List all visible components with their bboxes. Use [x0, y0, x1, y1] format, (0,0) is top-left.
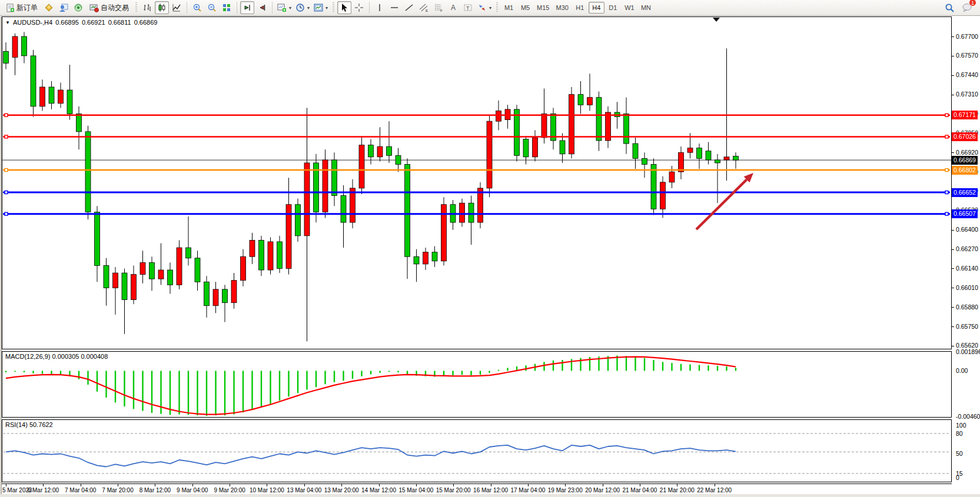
text-button[interactable]: A — [446, 1, 460, 14]
bar-chart-button[interactable] — [140, 1, 154, 14]
text-label-button[interactable]: T — [461, 1, 475, 14]
candle-body — [405, 164, 410, 256]
price-axis[interactable]: 0.677000.675700.674400.673100.671800.670… — [952, 16, 980, 483]
line-anchor-left[interactable] — [5, 191, 8, 194]
time-axis-tick — [565, 484, 566, 486]
arrows-button[interactable]: ▾ — [476, 1, 493, 14]
toolbar-separator — [369, 2, 370, 14]
autotrade-label: 自动交易 — [101, 3, 129, 13]
search-button[interactable] — [942, 1, 956, 14]
svg-text:T: T — [466, 5, 470, 11]
line-anchor-left[interactable] — [5, 114, 8, 116]
dropdown-arrow-icon: ▾ — [325, 5, 328, 11]
time-axis-tick — [603, 484, 603, 486]
candle-body — [596, 98, 602, 141]
time-axis-tick — [118, 484, 118, 486]
arrows-icon — [477, 3, 487, 12]
macd-indicator-pane[interactable] — [2, 351, 952, 418]
candle-body — [113, 273, 118, 288]
new-order-button[interactable]: 新订单 — [2, 1, 41, 14]
candle-body — [231, 281, 237, 303]
candle-body — [469, 203, 474, 222]
line-anchor-right[interactable] — [945, 191, 948, 194]
y-axis-label: 0.67700 — [956, 33, 978, 40]
y-axis-tick — [952, 36, 954, 37]
notifications-button[interactable]: 1 — [960, 1, 974, 14]
new-chart-button[interactable]: ▾ — [275, 1, 293, 14]
vertical-line-button[interactable] — [373, 1, 387, 14]
line-anchor-right[interactable] — [945, 135, 948, 138]
rsi-indicator-pane[interactable] — [2, 419, 952, 482]
candle-body — [341, 196, 346, 223]
fibonacci-button[interactable]: F — [431, 1, 446, 14]
candle-body — [77, 114, 82, 131]
mt4-terminal-window: 新订单 自动交易 — [0, 0, 980, 497]
chart-menu-triangle-icon: ▼ — [5, 20, 10, 25]
svg-text:F: F — [440, 9, 443, 12]
period-button[interactable]: ▾ — [294, 1, 311, 14]
toolbar-separator — [272, 2, 273, 14]
timeframe-button-H4[interactable]: H4 — [589, 2, 604, 14]
crosshair-button[interactable] — [352, 1, 366, 14]
y-axis-label: 0.65750 — [956, 323, 978, 330]
tile-windows-button[interactable] — [220, 1, 234, 14]
candle-body — [687, 148, 693, 153]
line-anchor-left[interactable] — [5, 169, 8, 172]
timeframe-button-D1[interactable]: D1 — [605, 2, 621, 14]
timeframe-button-MN[interactable]: MN — [638, 2, 654, 14]
new-chart-icon — [277, 3, 287, 12]
y-axis-tick — [952, 288, 954, 288]
template-icon — [314, 3, 323, 12]
candle-body — [377, 146, 383, 157]
candle-body — [651, 164, 656, 209]
candlestick-chart-button[interactable] — [155, 1, 169, 14]
price-chart-pane[interactable] — [2, 16, 952, 349]
trendline-button[interactable] — [402, 1, 416, 14]
timeframe-button-M5[interactable]: M5 — [517, 2, 533, 14]
equidistant-channel-button[interactable]: E — [417, 1, 431, 14]
navigator-button[interactable] — [57, 1, 71, 14]
timeframe-button-W1[interactable]: W1 — [622, 2, 637, 14]
gold-icon — [44, 3, 54, 12]
candle-body — [633, 144, 638, 158]
candle-body — [432, 252, 437, 261]
chart-shift-button[interactable] — [255, 1, 269, 14]
line-anchor-right[interactable] — [945, 169, 948, 172]
line-anchor-right[interactable] — [945, 114, 948, 116]
y-axis-label: 0.66270 — [956, 245, 978, 252]
timeframe-button-M1[interactable]: M1 — [501, 2, 517, 14]
candle-body — [423, 252, 428, 264]
time-axis-tick — [6, 484, 6, 486]
price-label-0.66802: 0.66802 — [952, 166, 978, 175]
ohlc-close: 0.66869 — [134, 19, 158, 26]
candle-body — [496, 111, 501, 121]
candle-body — [213, 289, 218, 306]
time-axis-tick — [416, 484, 417, 486]
template-button[interactable]: ▾ — [312, 1, 330, 14]
cursor-button[interactable] — [337, 1, 351, 14]
candle-body — [186, 248, 191, 258]
toolbar-grip — [496, 2, 498, 13]
ohlc-open: 0.66895 — [55, 19, 79, 26]
horizontal-line-button[interactable] — [387, 1, 401, 14]
candle-body — [533, 138, 538, 157]
zoom-in-button[interactable] — [190, 1, 204, 14]
candle-body — [542, 114, 547, 137]
zoom-out-button[interactable] — [205, 1, 219, 14]
autotrade-button[interactable]: 自动交易 — [86, 1, 132, 14]
candle-body — [158, 270, 164, 279]
timeframe-button-M15[interactable]: M15 — [534, 2, 552, 14]
line-chart-button[interactable] — [170, 1, 184, 14]
data-window-button[interactable] — [71, 1, 85, 14]
timeframe-group: M1M5M15M30H1H4D1W1MN — [501, 2, 654, 14]
candle-body — [222, 289, 228, 303]
market-watch-button[interactable] — [42, 1, 56, 14]
timeframe-button-H1[interactable]: H1 — [572, 2, 588, 14]
line-anchor-left[interactable] — [5, 135, 8, 138]
line-anchor-right[interactable] — [945, 212, 948, 215]
bar-chart-icon — [142, 3, 152, 12]
auto-scroll-button[interactable] — [240, 1, 254, 14]
chart-window: ▼ AUDUSD-,H4 0.66895 0.66921 0.66811 0.6… — [0, 16, 980, 497]
line-anchor-left[interactable] — [5, 212, 8, 215]
timeframe-button-M30[interactable]: M30 — [553, 2, 571, 14]
